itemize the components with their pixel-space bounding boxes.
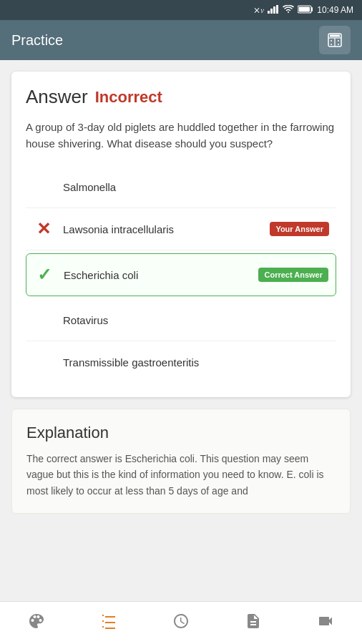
nav-list[interactable]	[91, 605, 127, 641]
correct-answer-badge: Correct Answer	[258, 268, 328, 282]
time: 10:49 AM	[317, 5, 353, 15]
option-icon-4	[33, 309, 54, 331]
explanation-card: Explanation The correct answer is Escher…	[11, 409, 351, 514]
top-bar: Practice	[0, 20, 362, 60]
option-text-1: Salmonella	[63, 181, 329, 193]
svg-point-11	[331, 44, 332, 45]
answer-card: Answer Incorrect A group of 3-day old pi…	[11, 72, 351, 397]
answer-option-salmonella[interactable]: Salmonella	[26, 166, 336, 208]
svg-rect-5	[299, 6, 310, 11]
signal-icon	[268, 5, 279, 16]
page-title: Practice	[11, 32, 63, 49]
answer-header: Answer Incorrect	[26, 86, 336, 108]
question-text: A group of 3-day old piglets are huddled…	[26, 119, 336, 152]
explanation-text: The correct answer is Escherichia coli. …	[26, 451, 336, 499]
option-text-5: Transmissible gastroenteritis	[63, 356, 329, 369]
status-bar: ⨯𝑣 10:49 AM	[0, 0, 362, 20]
nav-palette[interactable]	[19, 605, 54, 641]
svg-point-12	[338, 40, 339, 42]
correct-icon: ✓	[34, 264, 55, 286]
nav-clock[interactable]	[163, 605, 199, 641]
svg-rect-9	[330, 35, 340, 37]
svg-rect-3	[276, 5, 278, 14]
answer-option-rotavirus[interactable]: Rotavirus	[26, 299, 336, 341]
wrong-icon: ✕	[33, 218, 54, 240]
battery-icon	[298, 5, 313, 16]
document-icon	[245, 613, 262, 634]
status-icons: ⨯𝑣 10:49 AM	[253, 5, 353, 16]
option-icon-5	[33, 351, 54, 373]
svg-point-13	[338, 44, 339, 45]
answer-options: Salmonella ✕ Lawsonia intracellularis Yo…	[26, 166, 336, 383]
option-text-3: Escherichia coli	[64, 269, 250, 281]
nav-video[interactable]	[308, 605, 343, 641]
svg-rect-1	[270, 9, 273, 14]
answer-option-tge[interactable]: Transmissible gastroenteritis	[26, 341, 336, 383]
palette-icon	[28, 613, 45, 634]
answer-label: Answer	[26, 86, 88, 108]
bottom-nav	[0, 601, 362, 644]
answer-option-ecoli[interactable]: ✓ Escherichia coli Correct Answer	[26, 253, 336, 296]
calculator-button[interactable]	[319, 26, 351, 54]
explanation-title: Explanation	[26, 424, 336, 442]
option-text-2: Lawsonia intracellularis	[63, 223, 261, 235]
list-icon	[100, 613, 117, 634]
answer-option-lawsonia[interactable]: ✕ Lawsonia intracellularis Your Answer	[26, 208, 336, 250]
your-answer-badge: Your Answer	[270, 222, 329, 236]
wifi-icon	[283, 5, 294, 16]
bluetooth-icon: ⨯𝑣	[253, 5, 264, 15]
main-content: Answer Incorrect A group of 3-day old pi…	[0, 60, 362, 601]
nav-document[interactable]	[235, 605, 271, 641]
option-text-4: Rotavirus	[63, 314, 329, 326]
svg-rect-0	[268, 11, 270, 14]
incorrect-label: Incorrect	[95, 88, 162, 107]
clock-icon	[172, 613, 190, 634]
svg-point-10	[331, 40, 332, 42]
svg-rect-2	[273, 6, 275, 14]
video-icon	[317, 613, 334, 634]
option-icon-1	[33, 176, 54, 197]
